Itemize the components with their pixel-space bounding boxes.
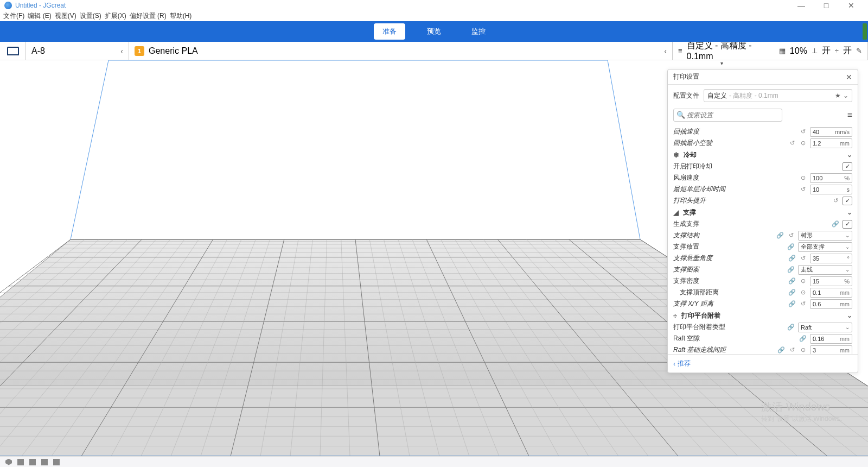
setting-input[interactable]: 0.6mm xyxy=(810,299,852,309)
setting-indicator-icon[interactable]: 🔗 xyxy=(788,255,796,262)
section-icon: ◢ xyxy=(673,209,679,217)
support-value-2: 开 xyxy=(843,45,852,56)
menu-file[interactable]: 文件(F) xyxy=(3,11,24,21)
setting-label: 支撑结构 xyxy=(673,231,773,240)
setting-indicator-icon[interactable]: 🔗 xyxy=(788,300,796,307)
printer-name: A-8 xyxy=(31,46,45,56)
setting-label: 打印平台附着类型 xyxy=(673,323,784,332)
menu-extensions[interactable]: 扩展(X) xyxy=(105,11,126,21)
setting-label: 生成支撑 xyxy=(673,219,828,229)
setting-label: 回抽最小空驶 xyxy=(673,138,785,148)
minimize-button[interactable]: — xyxy=(789,0,814,11)
close-window-button[interactable]: ✕ xyxy=(839,0,864,11)
menu-preferences[interactable]: 偏好设置 (R) xyxy=(130,11,167,21)
chevron-down-icon: ⌄ xyxy=(847,312,852,319)
secondary-toolbar: A-8 ‹ 1 Generic PLA ‹ ≡ 自定义 - 高精度 - 0.1m… xyxy=(0,42,868,60)
setting-indicator-icon[interactable]: 🔗 xyxy=(776,232,784,239)
setting-label: 风扇速度 xyxy=(673,173,796,182)
setting-indicator-icon[interactable]: ⊙ xyxy=(799,140,807,147)
menu-view[interactable]: 视图(V) xyxy=(55,11,76,21)
pencil-icon[interactable]: ✎ xyxy=(856,47,862,55)
setting-checkbox[interactable]: ✓ xyxy=(843,197,852,205)
menu-bar: 文件(F) 编辑 (E) 视图(V) 设置(S) 扩展(X) 偏好设置 (R) … xyxy=(0,11,868,21)
menu-settings[interactable]: 设置(S) xyxy=(80,11,101,21)
setting-input[interactable]: 100% xyxy=(810,173,852,183)
section-header[interactable]: ❄冷却⌄ xyxy=(668,149,858,161)
material-selector[interactable]: 1 Generic PLA ‹ xyxy=(129,42,673,60)
menu-edit[interactable]: 编辑 (E) xyxy=(28,11,51,21)
tab-prepare[interactable]: 准备 xyxy=(374,23,405,40)
setting-indicator-icon[interactable]: ↺ xyxy=(788,346,796,354)
view-solid-icon[interactable] xyxy=(5,459,12,465)
setting-indicator-icon[interactable]: 🔗 xyxy=(787,266,795,273)
viewport-3d[interactable]: ▾ 打印设置 ✕ 配置文件 自定义 - 高精度 - 0.1mm xyxy=(0,60,868,456)
search-input[interactable] xyxy=(673,109,782,122)
setting-indicator-icon[interactable]: 🔗 xyxy=(787,243,795,250)
close-panel-button[interactable]: ✕ xyxy=(846,73,852,81)
svg-line-3 xyxy=(71,60,108,239)
setting-input[interactable]: 35° xyxy=(810,254,852,263)
profile-name: 自定义 - 高精度 - 0.1mm xyxy=(687,40,770,61)
profile-dropdown[interactable]: 自定义 - 高精度 - 0.1mm ★ ⌄ xyxy=(704,89,852,102)
marketplace-indicator-icon[interactable] xyxy=(863,23,867,40)
hamburger-icon[interactable]: ≡ xyxy=(847,110,852,120)
setting-indicator-icon[interactable]: ⊙ xyxy=(799,174,807,181)
setting-indicator-icon[interactable]: ⊙ xyxy=(799,289,807,296)
section-header[interactable]: ÷打印平台附着⌄ xyxy=(668,310,858,321)
view-front-icon[interactable] xyxy=(29,459,36,465)
setting-label: 支撑密度 xyxy=(673,276,785,286)
setting-input[interactable]: 15% xyxy=(810,276,852,286)
setting-indicator-icon[interactable]: ↺ xyxy=(799,255,807,262)
setting-input[interactable]: 3mm xyxy=(810,345,852,355)
setting-indicator-icon[interactable]: ⊙ xyxy=(799,277,807,285)
setting-indicator-icon[interactable]: ↺ xyxy=(799,128,807,135)
section-header[interactable]: ◢支撑⌄ xyxy=(668,206,858,218)
view-right-icon[interactable] xyxy=(53,459,60,465)
profile-label: 配置文件 xyxy=(673,91,699,100)
maximize-button[interactable]: □ xyxy=(814,0,839,11)
open-file-button[interactable] xyxy=(0,42,26,60)
setting-row: 生成支撑🔗✓ xyxy=(668,218,858,230)
support-icon: ⊥ xyxy=(812,47,818,55)
setting-indicator-icon[interactable]: ↺ xyxy=(787,232,795,239)
print-profile-summary[interactable]: ≡ 自定义 - 高精度 - 0.1mm ▦ 10% ⊥ 开 ÷ 开 ✎ xyxy=(673,42,868,60)
setting-indicator-icon[interactable]: ↺ xyxy=(788,140,796,147)
setting-indicator-icon[interactable]: 🔗 xyxy=(799,335,807,342)
search-row: 🔍 ≡ xyxy=(668,106,858,126)
setting-input[interactable]: 0.1mm xyxy=(810,288,852,298)
view-top-icon[interactable] xyxy=(41,459,48,465)
setting-indicator-icon[interactable]: 🔗 xyxy=(777,346,785,354)
setting-label: Raft 空隙 xyxy=(673,334,796,343)
setting-select[interactable]: 全部支撑⌄ xyxy=(798,242,852,252)
setting-checkbox[interactable]: ✓ xyxy=(843,220,852,229)
setting-checkbox[interactable]: ✓ xyxy=(843,162,852,171)
setting-indicator-icon[interactable]: 🔗 xyxy=(832,220,839,228)
setting-label: 支撑 X/Y 距离 xyxy=(673,299,785,308)
svg-line-4 xyxy=(608,60,640,239)
tab-monitor[interactable]: 监控 xyxy=(463,23,494,40)
setting-input[interactable]: 0.16mm xyxy=(810,334,852,344)
setting-indicator-icon[interactable]: 🔗 xyxy=(788,277,796,285)
setting-indicator-icon[interactable]: 🔗 xyxy=(788,289,796,296)
setting-indicator-icon[interactable]: ⊙ xyxy=(799,346,807,354)
printer-selector[interactable]: A-8 ‹ xyxy=(26,42,129,60)
setting-row: Raft 基础走线间距🔗↺⊙3mm xyxy=(668,344,858,354)
menu-help[interactable]: 帮助(H) xyxy=(170,11,192,21)
settings-list[interactable]: 回抽速度↺40mm/s回抽最小空驶↺⊙1.2mm❄冷却⌄开启打印冷却✓风扇速度⊙… xyxy=(668,126,858,354)
star-icon[interactable]: ★ xyxy=(835,92,841,99)
setting-indicator-icon[interactable]: ↺ xyxy=(799,300,807,307)
setting-indicator-icon[interactable]: ↺ xyxy=(799,186,807,193)
tab-preview[interactable]: 预览 xyxy=(418,23,450,40)
setting-indicator-icon[interactable]: ↺ xyxy=(832,197,839,204)
recommended-link[interactable]: ‹ 推荐 xyxy=(673,359,691,368)
setting-select[interactable]: 走线⌄ xyxy=(798,265,852,275)
setting-input[interactable]: 1.2mm xyxy=(810,138,852,148)
setting-indicator-icon[interactable]: 🔗 xyxy=(787,324,795,331)
setting-select[interactable]: 树形⌄ xyxy=(798,231,852,241)
setting-input[interactable]: 40mm/s xyxy=(810,127,852,137)
setting-row: 支撑 X/Y 距离🔗↺0.6mm xyxy=(668,298,858,310)
folder-icon xyxy=(7,47,19,55)
setting-select[interactable]: Raft⌄ xyxy=(798,323,852,332)
setting-input[interactable]: 10s xyxy=(810,185,852,194)
view-xray-icon[interactable] xyxy=(17,459,24,465)
